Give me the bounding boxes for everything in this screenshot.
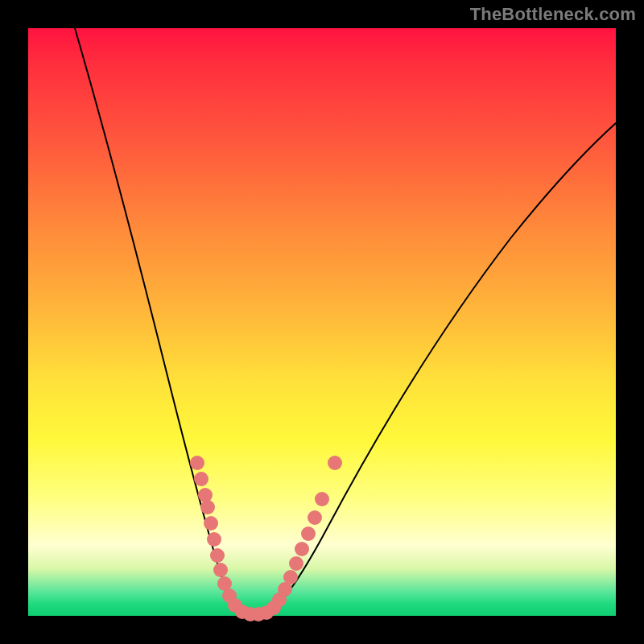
sample-dot bbox=[295, 542, 309, 556]
sample-dot bbox=[207, 532, 221, 547]
sample-dot bbox=[198, 488, 213, 502]
sample-dot bbox=[315, 492, 329, 506]
curve-right-branch bbox=[270, 123, 616, 613]
sample-dot bbox=[190, 456, 204, 470]
sample-dot bbox=[301, 526, 316, 541]
sample-dot bbox=[204, 516, 218, 530]
curve-layer bbox=[28, 28, 616, 616]
sample-dot bbox=[283, 570, 298, 584]
chart-container: TheBottleneck.com bbox=[0, 0, 644, 644]
sample-dot bbox=[308, 510, 322, 525]
plot-area bbox=[28, 28, 616, 616]
sample-dot bbox=[200, 500, 215, 514]
sample-dot bbox=[210, 548, 225, 563]
sample-dot bbox=[194, 472, 208, 486]
sample-dot bbox=[289, 556, 303, 571]
watermark-text: TheBottleneck.com bbox=[470, 4, 636, 25]
sample-dot bbox=[213, 563, 228, 577]
sample-dot bbox=[328, 456, 342, 470]
